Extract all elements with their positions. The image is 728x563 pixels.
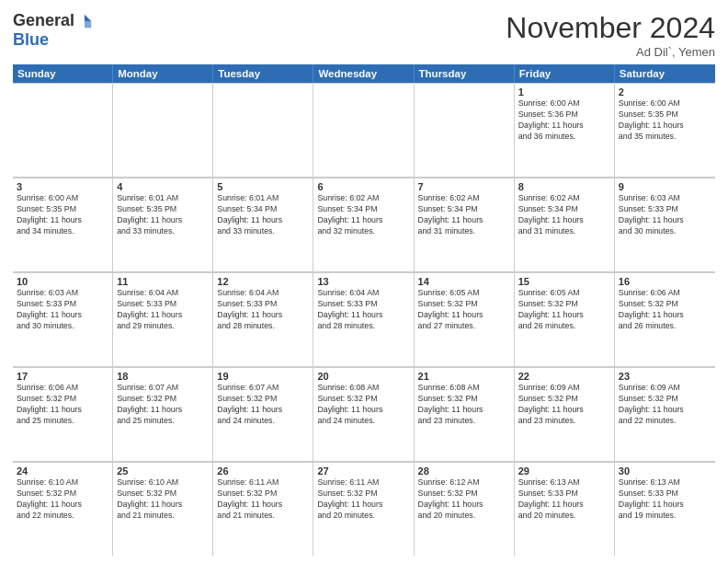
day-number: 2 [619,86,711,98]
logo-general: General [13,11,74,30]
calendar-row-0: 1Sunrise: 6:00 AM Sunset: 5:36 PM Daylig… [13,83,715,178]
day-info: Sunrise: 6:02 AM Sunset: 5:34 PM Dayligh… [518,193,610,237]
day-number: 10 [17,276,108,287]
weekday-header-saturday: Saturday [615,64,715,83]
day-number: 3 [17,181,108,192]
day-number: 19 [217,371,309,382]
day-cell-9: 9Sunrise: 6:03 AM Sunset: 5:33 PM Daylig… [615,178,715,271]
day-info: Sunrise: 6:03 AM Sunset: 5:33 PM Dayligh… [619,193,711,237]
day-cell-21: 21Sunrise: 6:08 AM Sunset: 5:32 PM Dayli… [415,367,515,461]
day-number: 18 [117,371,209,382]
day-number: 28 [418,465,510,477]
weekday-header-friday: Friday [515,64,615,83]
day-cell-15: 15Sunrise: 6:05 AM Sunset: 5:32 PM Dayli… [515,272,615,366]
empty-cell [213,83,313,177]
day-number: 16 [619,276,711,287]
day-info: Sunrise: 6:04 AM Sunset: 5:33 PM Dayligh… [117,288,209,332]
day-number: 13 [317,276,409,287]
day-info: Sunrise: 6:06 AM Sunset: 5:32 PM Dayligh… [17,383,108,427]
weekday-header-sunday: Sunday [13,64,113,83]
calendar-header: SundayMondayTuesdayWednesdayThursdayFrid… [13,64,715,83]
calendar: SundayMondayTuesdayWednesdayThursdayFrid… [13,64,715,556]
day-number: 6 [317,181,409,192]
header: General Blue November 2024 Ad Dil`, Yeme… [13,11,715,59]
location: Ad Dil`, Yemen [506,45,715,59]
day-info: Sunrise: 6:00 AM Sunset: 5:35 PM Dayligh… [17,193,108,237]
day-number: 22 [518,371,610,382]
empty-cell [415,83,515,177]
day-info: Sunrise: 6:10 AM Sunset: 5:32 PM Dayligh… [117,477,209,522]
day-cell-23: 23Sunrise: 6:09 AM Sunset: 5:32 PM Dayli… [615,367,715,461]
svg-marker-0 [85,14,91,20]
day-cell-27: 27Sunrise: 6:11 AM Sunset: 5:32 PM Dayli… [313,462,414,556]
day-cell-16: 16Sunrise: 6:06 AM Sunset: 5:32 PM Dayli… [615,272,715,366]
day-number: 26 [217,465,309,477]
day-info: Sunrise: 6:07 AM Sunset: 5:32 PM Dayligh… [117,383,209,427]
weekday-header-tuesday: Tuesday [213,64,313,83]
day-info: Sunrise: 6:05 AM Sunset: 5:32 PM Dayligh… [518,288,610,332]
logo-text: General [13,11,93,30]
day-number: 29 [518,465,610,477]
weekday-header-wednesday: Wednesday [313,64,414,83]
day-cell-30: 30Sunrise: 6:13 AM Sunset: 5:33 PM Dayli… [615,462,715,556]
day-cell-6: 6Sunrise: 6:02 AM Sunset: 5:34 PM Daylig… [313,178,414,271]
day-info: Sunrise: 6:06 AM Sunset: 5:32 PM Dayligh… [619,288,711,332]
day-cell-13: 13Sunrise: 6:04 AM Sunset: 5:33 PM Dayli… [313,272,414,366]
logo: General Blue [13,11,93,50]
weekday-header-monday: Monday [113,64,213,83]
day-info: Sunrise: 6:10 AM Sunset: 5:32 PM Dayligh… [17,477,108,522]
day-cell-19: 19Sunrise: 6:07 AM Sunset: 5:32 PM Dayli… [213,367,313,461]
day-cell-20: 20Sunrise: 6:08 AM Sunset: 5:32 PM Dayli… [313,367,414,461]
logo-blue: Blue [13,30,49,50]
day-number: 24 [17,465,108,477]
calendar-row-2: 10Sunrise: 6:03 AM Sunset: 5:33 PM Dayli… [13,272,715,367]
day-cell-2: 2Sunrise: 6:00 AM Sunset: 5:35 PM Daylig… [615,83,715,177]
calendar-row-3: 17Sunrise: 6:06 AM Sunset: 5:32 PM Dayli… [13,367,715,462]
day-number: 11 [117,276,209,287]
day-info: Sunrise: 6:11 AM Sunset: 5:32 PM Dayligh… [217,477,309,522]
day-info: Sunrise: 6:01 AM Sunset: 5:34 PM Dayligh… [217,193,309,237]
day-number: 5 [217,181,309,192]
day-cell-18: 18Sunrise: 6:07 AM Sunset: 5:32 PM Dayli… [113,367,213,461]
day-info: Sunrise: 6:13 AM Sunset: 5:33 PM Dayligh… [518,477,610,522]
day-cell-1: 1Sunrise: 6:00 AM Sunset: 5:36 PM Daylig… [515,83,615,177]
day-cell-28: 28Sunrise: 6:12 AM Sunset: 5:32 PM Dayli… [415,462,515,556]
day-info: Sunrise: 6:11 AM Sunset: 5:32 PM Dayligh… [317,477,409,522]
day-info: Sunrise: 6:07 AM Sunset: 5:32 PM Dayligh… [217,383,309,427]
empty-cell [113,83,213,177]
day-cell-4: 4Sunrise: 6:01 AM Sunset: 5:35 PM Daylig… [113,178,213,271]
day-info: Sunrise: 6:00 AM Sunset: 5:36 PM Dayligh… [518,98,610,143]
day-cell-10: 10Sunrise: 6:03 AM Sunset: 5:33 PM Dayli… [13,272,113,366]
day-info: Sunrise: 6:13 AM Sunset: 5:33 PM Dayligh… [619,477,711,522]
day-number: 20 [317,371,409,382]
day-info: Sunrise: 6:05 AM Sunset: 5:32 PM Dayligh… [418,288,510,332]
title-block: November 2024 Ad Dil`, Yemen [506,11,715,59]
day-cell-7: 7Sunrise: 6:02 AM Sunset: 5:34 PM Daylig… [415,178,515,271]
day-cell-8: 8Sunrise: 6:02 AM Sunset: 5:34 PM Daylig… [515,178,615,271]
day-cell-26: 26Sunrise: 6:11 AM Sunset: 5:32 PM Dayli… [213,462,313,556]
day-info: Sunrise: 6:03 AM Sunset: 5:33 PM Dayligh… [17,288,108,332]
day-info: Sunrise: 6:04 AM Sunset: 5:33 PM Dayligh… [317,288,409,332]
day-info: Sunrise: 6:02 AM Sunset: 5:34 PM Dayligh… [418,193,510,237]
day-number: 9 [619,181,711,192]
day-number: 15 [518,276,610,287]
day-number: 21 [418,371,510,382]
day-cell-3: 3Sunrise: 6:00 AM Sunset: 5:35 PM Daylig… [13,178,113,271]
day-info: Sunrise: 6:02 AM Sunset: 5:34 PM Dayligh… [317,193,409,237]
day-number: 23 [619,371,711,382]
page: General Blue November 2024 Ad Dil`, Yeme… [0,0,728,563]
day-cell-29: 29Sunrise: 6:13 AM Sunset: 5:33 PM Dayli… [515,462,615,556]
day-number: 27 [317,465,409,477]
empty-cell [13,83,113,177]
calendar-row-1: 3Sunrise: 6:00 AM Sunset: 5:35 PM Daylig… [13,178,715,272]
calendar-row-4: 24Sunrise: 6:10 AM Sunset: 5:32 PM Dayli… [13,462,715,556]
month-title: November 2024 [506,11,715,45]
day-cell-22: 22Sunrise: 6:09 AM Sunset: 5:32 PM Dayli… [515,367,615,461]
weekday-header-thursday: Thursday [415,64,515,83]
day-cell-17: 17Sunrise: 6:06 AM Sunset: 5:32 PM Dayli… [13,367,113,461]
day-info: Sunrise: 6:08 AM Sunset: 5:32 PM Dayligh… [418,383,510,427]
day-info: Sunrise: 6:04 AM Sunset: 5:33 PM Dayligh… [217,288,309,332]
day-number: 25 [117,465,209,477]
logo-icon [76,13,93,29]
day-number: 7 [418,181,510,192]
